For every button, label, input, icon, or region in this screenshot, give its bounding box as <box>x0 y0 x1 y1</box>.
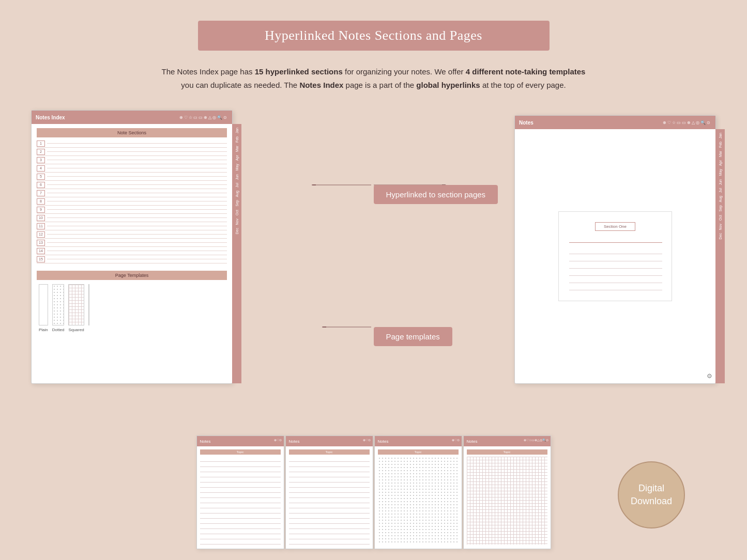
desc-part3: you can duplicate as needed. The <box>181 81 299 89</box>
right-tab-oct: Oct <box>719 215 722 221</box>
page-templates-callout: Page templates <box>374 327 452 346</box>
right-planner-icons: ⊕♡☆▭▭⊕△◎🔍⊙ <box>663 120 711 125</box>
description-text: The Notes Index page has 15 hyperlinked … <box>31 65 716 91</box>
bp4-icons: ⊕♡☆▭⊕△◎🔍⊙ <box>524 438 548 442</box>
tab-jun: Jun <box>235 174 239 180</box>
right-tab-mar: Mar <box>719 151 722 157</box>
gear-icon: ⚙ <box>707 372 712 380</box>
notes-underline <box>569 242 662 243</box>
bottom-planners-row: Notes ⊕♡⊙ Topic Notes ⊕♡⊙ T <box>196 435 551 549</box>
desc-part4: page is a part of the <box>343 81 416 89</box>
bottom-planner-3: Notes ⊕♡⊙ Topic <box>374 435 462 549</box>
bp4-content: Topic <box>464 446 551 548</box>
bp2-icons: ⊕♡⊙ <box>363 438 371 442</box>
digital-line1: Digital <box>638 483 664 493</box>
desc-bold3: Notes Index <box>299 81 343 89</box>
notes-line-4 <box>569 269 662 276</box>
template-squared-wrap: Squared <box>68 284 84 332</box>
note-row-9: 9 <box>37 206 227 214</box>
desc-bold2: 4 different note-taking templates <box>466 67 586 76</box>
desc-part5: at the top of every page. <box>480 81 566 89</box>
tab-sep: Sep <box>235 200 239 206</box>
bp4-header: Notes ⊕♡☆▭⊕△◎🔍⊙ <box>464 436 551 446</box>
section-one-wrapper: Section One <box>569 222 661 236</box>
right-tab-aug: Aug <box>719 196 722 202</box>
note-sections-header: Note Sections <box>37 128 227 137</box>
note-row-10: 10 <box>37 214 227 222</box>
bp1-content: Topic <box>197 446 284 548</box>
note-row-8: 8 <box>37 197 227 206</box>
bp2-title: Notes <box>289 439 300 444</box>
tab-oct: Oct <box>235 210 239 215</box>
notes-page-content: Section One <box>515 129 715 383</box>
dotted-label: Dotted <box>52 328 65 332</box>
svg-marker-1 <box>312 184 316 185</box>
right-tab-nov: Nov <box>719 224 722 230</box>
page-templates-section: Page Templates Plain Dotted <box>37 271 227 332</box>
notes-index-content: Note Sections 1 2 3 4 5 6 7 8 9 10 11 12… <box>32 124 232 336</box>
page-wrapper: Hyperlinked Notes Sections and Pages The… <box>0 0 747 560</box>
plain-thumb <box>39 284 48 325</box>
right-planner-header: Notes ⊕♡☆▭▭⊕△◎🔍⊙ <box>515 116 715 129</box>
notes-line-3 <box>569 261 662 269</box>
main-area: Notes Index ⊕♡☆▭▭⊕△◎🔍⊙ Jan Feb Mar Apr M… <box>31 110 716 549</box>
digital-line2: Download <box>631 496 672 506</box>
note-row-11: 11 <box>37 222 227 230</box>
svg-marker-5 <box>322 326 326 328</box>
plain-label: Plain <box>39 328 48 332</box>
lined-thumb <box>88 284 89 325</box>
desc-bold4: global hyperlinks <box>416 81 480 89</box>
tab-jul: Jul <box>235 183 239 188</box>
tab-feb: Feb <box>235 136 239 143</box>
bp4-title: Notes <box>467 439 478 444</box>
tab-jan: Jan <box>235 128 239 133</box>
note-row-15: 15 <box>37 255 227 263</box>
left-side-tabs: Jan Feb Mar Apr May Jun Jul Aug Sep Oct … <box>232 124 241 383</box>
notes-line-5 <box>569 276 662 283</box>
right-tab-feb: Feb <box>719 142 722 148</box>
bp2-section-label: Topic <box>325 450 332 454</box>
bp3-area <box>378 457 459 545</box>
digital-download-badge: Digital Download <box>618 461 685 528</box>
tab-may: May <box>235 164 239 170</box>
right-side-tabs: Jan Feb Mar Apr May Jun Jul Aug Sep Oct … <box>715 129 725 383</box>
tab-aug: Aug <box>235 191 239 197</box>
bp3-content: Topic <box>375 446 462 548</box>
notes-lines <box>569 247 662 290</box>
bp3-icons: ⊕♡⊙ <box>452 438 460 442</box>
note-row-1: 1 <box>37 139 227 148</box>
bp2-section: Topic <box>289 449 370 455</box>
left-planner-title: Notes Index <box>36 115 65 120</box>
bp3-section: Topic <box>378 449 459 455</box>
pt-arrow-left <box>322 326 374 328</box>
template-dotted-wrap: Dotted <box>52 284 65 332</box>
squared-thumb <box>68 284 84 325</box>
note-row-5: 5 <box>37 173 227 181</box>
right-tab-dec: Dec <box>719 233 722 239</box>
bottom-planner-2: Notes ⊕♡⊙ Topic <box>285 435 373 549</box>
note-row-6: 6 <box>37 181 227 189</box>
bp2-content: Topic <box>286 446 373 548</box>
bp1-section-label: Topic <box>236 450 243 454</box>
bp1-area <box>200 457 281 545</box>
tab-dec: Dec <box>235 228 239 234</box>
note-row-2: 2 <box>37 148 227 156</box>
note-row-7: 7 <box>37 189 227 197</box>
right-tab-jan: Jan <box>719 133 722 138</box>
note-row-13: 13 <box>37 239 227 247</box>
notes-line-1 <box>569 247 662 254</box>
left-planner-icons: ⊕♡☆▭▭⊕△◎🔍⊙ <box>179 115 228 120</box>
right-tab-apr: Apr <box>719 160 722 166</box>
bp4-section-label: Topic <box>503 450 510 454</box>
notes-content-area: Section One <box>558 211 672 301</box>
tab-mar: Mar <box>235 146 239 152</box>
bp1-title: Notes <box>200 439 211 444</box>
page-title: Hyperlinked Notes Sections and Pages <box>219 28 529 43</box>
right-tab-jul: Jul <box>719 188 722 193</box>
right-tab-jun: Jun <box>719 179 722 185</box>
section-one-label: Section One <box>595 222 635 231</box>
bp1-icons: ⊕♡⊙ <box>274 438 282 442</box>
bp4-section: Topic <box>467 449 547 455</box>
squared-label: Squared <box>68 328 84 332</box>
page-templates-header: Page Templates <box>37 271 227 280</box>
